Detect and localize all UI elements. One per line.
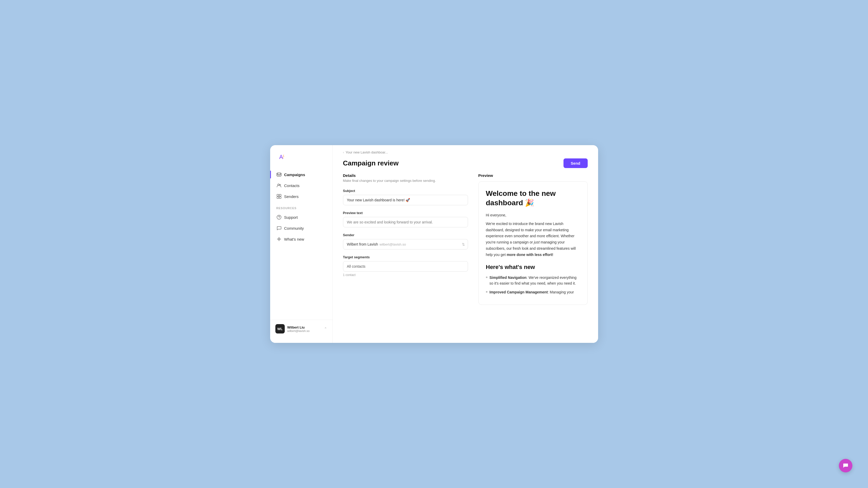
target-group: Target segments All contacts 1 contact [343,255,468,277]
question-icon [276,215,282,220]
preview-card: Welcome to the new dashboard 🎉 Hi everyo… [478,181,588,305]
sidebar-item-support-label: Support [284,215,298,220]
breadcrumb-text: Your new Lavish dashboar... [346,150,388,154]
breadcrumb[interactable]: ‹ Your new Lavish dashboar... [333,145,598,154]
envelope-icon [276,172,282,177]
details-column: Details Make final changes to your campa… [343,173,478,335]
target-select[interactable]: All contacts [343,261,468,271]
user-email: wilbert@lavish.so [287,329,321,332]
sparkle-icon [276,236,282,242]
preview-body: We're excited to introduce the brand new… [486,221,580,258]
user-footer[interactable]: WL Wilbert Liu wilbert@lavish.so ⌃ [270,320,332,338]
sidebar-item-contacts-label: Contacts [284,184,300,188]
subject-group: Subject [343,189,468,205]
svg-point-8 [279,218,279,219]
sidebar-item-community[interactable]: Community [270,223,332,234]
bullet-icon [486,276,488,278]
chat-icon [276,226,282,231]
svg-rect-3 [277,194,279,196]
preview-text-input[interactable] [343,217,468,227]
target-label: Target segments [343,255,468,259]
subject-input[interactable] [343,195,468,205]
sender-select-wrapper: Wilbert from Lavish wilbert@lavish.so ⇅ [343,239,468,250]
chevron-up-icon: ⌃ [324,327,327,331]
preview-text-label: Preview text [343,211,468,215]
sender-select[interactable]: Wilbert from Lavish wilbert@lavish.so [343,239,468,250]
preview-greeting: Hi everyone, [486,213,580,217]
user-info: Wilbert Liu wilbert@lavish.so [287,325,321,332]
list-item-text: Simplified Navigation: We've reorganized… [490,275,580,286]
list-item-text: Improved Campaign Management: Managing y… [490,289,574,295]
svg-point-2 [279,185,281,186]
send-button[interactable]: Send [563,158,588,168]
logo-icon [276,153,286,162]
nav-section: Campaigns Contacts [270,169,332,320]
sender-name: Wilbert from Lavish [347,242,378,246]
avatar: WL [275,324,285,333]
content-area: Details Make final changes to your campa… [333,173,598,343]
svg-rect-0 [277,173,281,176]
sidebar-item-community-label: Community [284,226,304,230]
sender-group: Sender Wilbert from Lavish wilbert@lavis… [343,233,468,250]
sidebar-item-whats-new[interactable]: What's new [270,234,332,245]
list-item: Improved Campaign Management: Managing y… [486,289,580,295]
preview-subheading: Here's what's new [486,264,580,270]
details-section-title: Details [343,173,468,178]
sidebar-item-whats-new-label: What's new [284,237,304,241]
resources-label: Resources [270,202,332,212]
logo [270,153,332,169]
svg-point-1 [278,184,279,186]
sender-label: Sender [343,233,468,237]
sender-email: wilbert@lavish.so [379,242,406,246]
sidebar-item-senders[interactable]: Senders [270,191,332,202]
breadcrumb-back-icon: ‹ [343,150,344,154]
page-title: Campaign review [343,159,399,167]
target-value: All contacts [347,264,366,268]
sidebar-item-support[interactable]: Support [270,212,332,223]
contact-count: 1 contact [343,273,468,277]
preview-heading: Welcome to the new dashboard 🎉 [486,189,580,208]
sidebar: Campaigns Contacts [270,145,333,343]
people-icon [276,183,282,188]
chat-button[interactable] [839,459,852,473]
sidebar-item-senders-label: Senders [284,194,299,199]
preview-text-group: Preview text [343,211,468,227]
page-header: Campaign review Send [333,154,598,173]
svg-point-7 [277,215,281,219]
svg-rect-6 [279,197,281,198]
svg-rect-4 [279,194,281,196]
preview-section-title: Preview [478,173,588,178]
bullet-icon [486,291,488,293]
grid-icon [276,194,282,199]
sidebar-item-campaigns-label: Campaigns [284,172,305,177]
main-content: ‹ Your new Lavish dashboar... Campaign r… [333,145,598,343]
user-name: Wilbert Liu [287,325,321,329]
subject-label: Subject [343,189,468,193]
svg-rect-5 [277,197,279,198]
preview-column: Preview Welcome to the new dashboard 🎉 H… [478,173,588,335]
sidebar-item-campaigns[interactable]: Campaigns [270,169,332,180]
preview-list: Simplified Navigation: We've reorganized… [486,275,580,295]
details-section-subtitle: Make final changes to your campaign sett… [343,179,468,183]
list-item: Simplified Navigation: We've reorganized… [486,275,580,286]
sidebar-item-contacts[interactable]: Contacts [270,180,332,191]
